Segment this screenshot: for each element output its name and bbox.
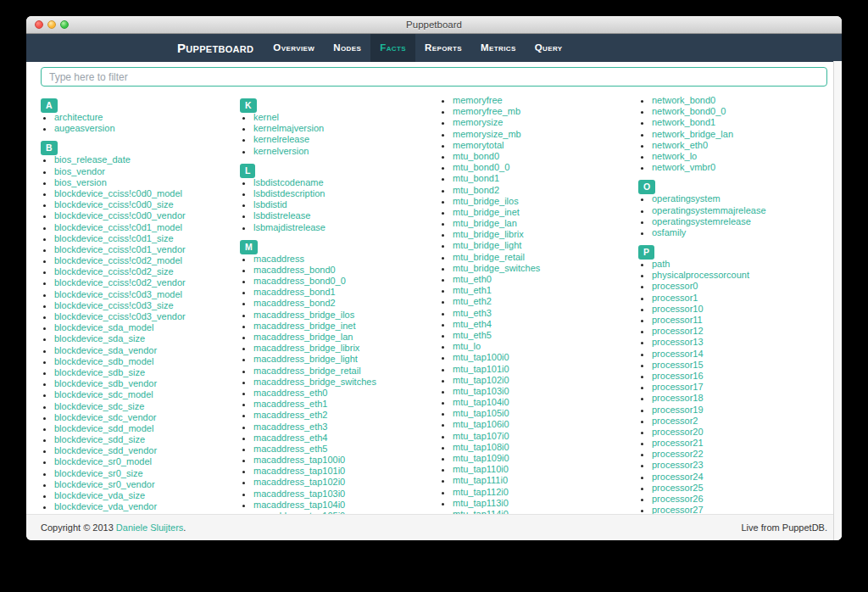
fact-link[interactable]: blockdevice_cciss!c0d1_vendor — [54, 244, 186, 254]
fact-link[interactable]: memoryfree_mb — [453, 106, 520, 116]
fact-link[interactable]: blockdevice_cciss!c0d1_size — [54, 233, 174, 243]
fact-link[interactable]: processor21 — [652, 438, 704, 448]
fact-link[interactable]: blockdevice_cciss!c0d0_size — [54, 199, 174, 209]
fact-link[interactable]: macaddress_eth4 — [253, 433, 327, 443]
fact-link[interactable]: processor26 — [652, 494, 704, 504]
fact-link[interactable]: blockdevice_sdc_model — [54, 389, 153, 399]
fact-link[interactable]: operatingsystem — [652, 193, 721, 204]
fact-link[interactable]: network_vmbr0 — [652, 162, 715, 172]
fact-link[interactable]: mtu_tap100i0 — [453, 352, 509, 362]
fact-link[interactable]: mtu_eth0 — [453, 274, 492, 284]
fact-link[interactable]: macaddress_eth5 — [253, 444, 327, 454]
fact-link[interactable]: processor13 — [652, 337, 704, 347]
fact-link[interactable]: network_bond0 — [652, 95, 715, 105]
fact-link[interactable]: mtu_bond2 — [453, 185, 499, 195]
fact-link[interactable]: network_bond1 — [652, 117, 715, 127]
fact-link[interactable]: processor25 — [652, 483, 704, 493]
fact-link[interactable]: macaddress_tap104i0 — [253, 500, 345, 510]
nav-item-overview[interactable]: Overview — [264, 34, 324, 62]
nav-item-reports[interactable]: Reports — [415, 34, 471, 62]
fact-link[interactable]: macaddress_bond2 — [253, 298, 336, 308]
fact-link[interactable]: macaddress_bond1 — [253, 287, 336, 297]
fact-link[interactable]: macaddress_bridge_librix — [253, 343, 359, 353]
fact-link[interactable]: blockdevice_cciss!c0d0_vendor — [54, 210, 186, 221]
fact-link[interactable]: memoryfree — [453, 95, 503, 105]
fact-link[interactable]: macaddress_bridge_retail — [253, 366, 361, 376]
fact-link[interactable]: mtu_bridge_inet — [453, 207, 520, 217]
fact-link[interactable]: blockdevice_cciss!c0d2_size — [54, 266, 174, 276]
fact-link[interactable]: macaddress_bridge_ilos — [253, 310, 354, 320]
fact-link[interactable]: lsbdistcodename — [253, 177, 324, 187]
filter-input[interactable] — [41, 67, 827, 87]
fact-link[interactable]: bios_vendor — [54, 166, 105, 176]
fact-link[interactable]: mtu_eth3 — [453, 308, 492, 318]
fact-link[interactable]: mtu_tap113i0 — [453, 498, 509, 508]
fact-link[interactable]: blockdevice_cciss!c0d2_model — [54, 255, 182, 265]
fact-link[interactable]: mtu_bond0 — [453, 151, 499, 161]
fact-link[interactable]: bios_release_date — [54, 154, 131, 165]
fact-link[interactable]: mtu_bridge_light — [453, 240, 521, 250]
fact-link[interactable]: mtu_bridge_lan — [453, 218, 517, 228]
fact-link[interactable]: blockdevice_cciss!c0d0_model — [54, 188, 182, 198]
fact-link[interactable]: memorysize — [453, 117, 503, 127]
fact-link[interactable]: mtu_bond1 — [453, 173, 499, 183]
fact-link[interactable]: blockdevice_cciss!c0d3_size — [54, 300, 174, 310]
fact-link[interactable]: processor1 — [652, 293, 698, 303]
fact-link[interactable]: blockdevice_cciss!c0d1_model — [54, 222, 182, 232]
fact-link[interactable]: blockdevice_sdc_size — [54, 401, 144, 411]
fact-link[interactable]: blockdevice_cciss!c0d3_vendor — [54, 311, 186, 321]
fact-link[interactable]: blockdevice_sdd_model — [54, 423, 153, 433]
fact-link[interactable]: network_eth0 — [652, 140, 708, 150]
fact-link[interactable]: network_lo — [652, 151, 697, 161]
fact-link[interactable]: kernelversion — [253, 146, 309, 156]
fact-link[interactable]: processor17 — [652, 382, 704, 392]
fact-link[interactable]: blockdevice_sdd_size — [54, 434, 145, 444]
fact-link[interactable]: blockdevice_sda_model — [54, 322, 153, 332]
zoom-button[interactable] — [60, 20, 69, 29]
fact-link[interactable]: processor24 — [652, 472, 704, 482]
fact-link[interactable]: lsbdistid — [253, 199, 287, 209]
fact-link[interactable]: processor10 — [652, 304, 704, 314]
vertical-scrollbar[interactable] — [833, 61, 842, 540]
fact-link[interactable]: kernelrelease — [253, 134, 309, 144]
fact-link[interactable]: lsbmajdistrelease — [253, 222, 326, 232]
fact-link[interactable]: memorytotal — [453, 140, 504, 150]
fact-link[interactable]: mtu_tap112i0 — [453, 487, 509, 497]
fact-link[interactable]: processor15 — [652, 360, 704, 370]
fact-link[interactable]: macaddress_eth1 — [253, 399, 327, 409]
fact-link[interactable]: augeasversion — [54, 123, 115, 133]
fact-link[interactable]: processor14 — [652, 349, 704, 359]
fact-link[interactable]: blockdevice_cciss!c0d3_model — [54, 289, 182, 299]
fact-link[interactable]: blockdevice_sdb_size — [54, 367, 145, 377]
fact-link[interactable]: mtu_tap103i0 — [453, 386, 509, 396]
fact-link[interactable]: kernelmajversion — [253, 123, 324, 133]
fact-link[interactable]: mtu_tap104i0 — [453, 397, 509, 407]
fact-link[interactable]: processor23 — [652, 460, 704, 470]
fact-link[interactable]: macaddress_bond0 — [253, 265, 336, 275]
fact-link[interactable]: memorysize_mb — [453, 129, 521, 139]
fact-link[interactable]: macaddress_bridge_lan — [253, 332, 353, 342]
fact-link[interactable]: macaddress_bond0_0 — [253, 276, 346, 286]
fact-link[interactable]: macaddress_tap100i0 — [253, 455, 345, 465]
fact-link[interactable]: processor20 — [652, 427, 704, 437]
fact-link[interactable]: blockdevice_cciss!c0d2_vendor — [54, 277, 186, 288]
fact-link[interactable]: macaddress_tap102i0 — [253, 477, 345, 487]
fact-link[interactable]: mtu_bridge_retail — [453, 252, 525, 262]
fact-link[interactable]: mtu_bridge_ilos — [453, 196, 519, 206]
fact-link[interactable]: blockdevice_sda_vendor — [54, 345, 157, 355]
fact-link[interactable]: macaddress — [253, 254, 304, 264]
fact-link[interactable]: blockdevice_sr0_vendor — [54, 479, 155, 489]
fact-link[interactable]: macaddress_eth2 — [253, 410, 327, 420]
fact-link[interactable]: mtu_lo — [453, 341, 481, 351]
fact-link[interactable]: mtu_tap108i0 — [453, 442, 509, 452]
fact-link[interactable]: macaddress_bridge_switches — [253, 377, 376, 387]
nav-item-facts[interactable]: Facts — [370, 34, 415, 62]
fact-link[interactable]: mtu_bond0_0 — [453, 162, 509, 172]
fact-link[interactable]: mtu_eth4 — [453, 319, 492, 329]
fact-link[interactable]: lsbdistdescription — [253, 188, 325, 198]
minimize-button[interactable] — [47, 20, 56, 29]
fact-link[interactable]: mtu_tap101i0 — [453, 364, 509, 374]
fact-link[interactable]: mtu_tap106i0 — [453, 419, 509, 429]
fact-link[interactable]: processor0 — [652, 281, 698, 291]
fact-link[interactable]: macaddress_tap101i0 — [253, 466, 345, 476]
